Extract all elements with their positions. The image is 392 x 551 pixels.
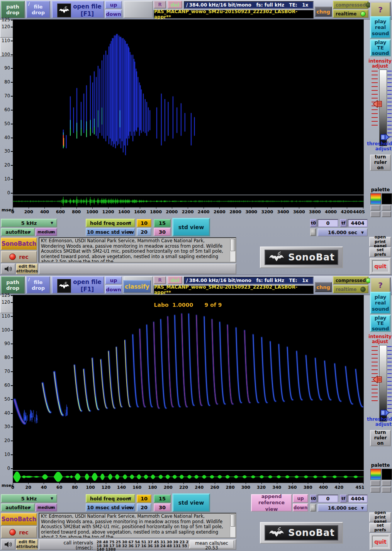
palette-rainbow-swatch[interactable] bbox=[370, 193, 381, 204]
oscillogram-view[interactable] bbox=[13, 471, 364, 483]
threshold-slider-handle[interactable] bbox=[379, 133, 390, 141]
open-print-panel-button[interactable]: open print panel bbox=[369, 237, 391, 247]
std-view-button[interactable]: std view bbox=[172, 493, 210, 512]
r-button[interactable]: R bbox=[154, 276, 166, 284]
help-button[interactable]: ? bbox=[370, 277, 391, 293]
change-format-button[interactable]: chng bbox=[315, 7, 332, 17]
file-notes-text[interactable]: KY: Edmonson, USDI National Park Service… bbox=[39, 237, 236, 263]
play-te-sound-button[interactable]: play TE sound bbox=[370, 315, 391, 332]
freq-grid-dropdown[interactable]: 5 kHz▼ bbox=[1, 219, 57, 227]
delete-button[interactable]: del bbox=[168, 276, 182, 284]
palette-black-swatch[interactable] bbox=[382, 469, 392, 480]
t0-input[interactable]: 0 bbox=[317, 495, 338, 503]
palette-option-button[interactable] bbox=[370, 487, 380, 493]
duration-dropdown[interactable]: 16.000 sec▼ bbox=[317, 228, 368, 236]
speaker-button[interactable] bbox=[1, 539, 15, 550]
palette-option-button[interactable] bbox=[370, 480, 380, 486]
file-up-button[interactable]: up bbox=[105, 1, 122, 9]
reference-down-button[interactable]: down bbox=[293, 503, 308, 512]
append-reference-view-button[interactable]: append reference view bbox=[251, 494, 292, 512]
play-real-sound-button[interactable]: play real sound bbox=[370, 16, 391, 39]
palette-option-button[interactable] bbox=[382, 211, 391, 217]
zoom-15-button[interactable]: 15 bbox=[154, 219, 171, 227]
speaker-button[interactable] bbox=[1, 264, 15, 274]
tf-input[interactable]: 4404 bbox=[348, 495, 368, 503]
play-te-sound-button[interactable]: play TE sound bbox=[370, 39, 391, 56]
turn-ruler-on-button[interactable]: turn ruler on bbox=[370, 430, 391, 446]
std-view-button[interactable]: std view bbox=[172, 218, 210, 236]
file-drop-button[interactable]: /file drop bbox=[26, 1, 50, 18]
open-file-button[interactable]: open file[F1] bbox=[52, 276, 104, 294]
compressed-toggle[interactable]: compressed bbox=[333, 1, 368, 9]
set-prefs-button[interactable]: set prefs bbox=[369, 247, 391, 257]
sonobatch-button[interactable]: SonoBatch bbox=[1, 238, 37, 250]
change-format-button[interactable]: chng bbox=[315, 282, 332, 292]
zoom-20-button[interactable]: 20 bbox=[137, 503, 151, 512]
palette-rainbow-swatch[interactable] bbox=[370, 469, 381, 480]
file-down-button[interactable]: down bbox=[105, 285, 122, 294]
compressed-toggle[interactable]: compressed bbox=[333, 276, 368, 284]
freq-grid-dropdown[interactable]: 5 kHz▼ bbox=[1, 494, 57, 503]
zoom-10-button[interactable]: 10 bbox=[137, 495, 151, 503]
palette-option-button[interactable] bbox=[382, 487, 391, 493]
record-button[interactable]: rec bbox=[1, 251, 37, 263]
palette-option-button[interactable] bbox=[370, 211, 380, 217]
spectrogram-view[interactable] bbox=[13, 19, 364, 195]
format-info-field[interactable]: /384.00 kHz/16 bit/mono fs: full kHz TE:… bbox=[184, 277, 314, 284]
zoom-30-button[interactable]: 30 bbox=[154, 503, 171, 512]
palette-black-swatch[interactable] bbox=[382, 193, 392, 204]
open-file-button[interactable]: open file[F1] bbox=[52, 1, 104, 18]
msec-view-dropdown[interactable]: 10 msec std view▼ bbox=[86, 228, 135, 236]
quit-button[interactable]: quit bbox=[370, 258, 391, 275]
turn-ruler-on-button[interactable]: turn ruler on bbox=[370, 155, 391, 171]
msec-view-dropdown[interactable]: 10 msec std view▼ bbox=[86, 503, 135, 512]
r-button[interactable]: R bbox=[154, 1, 166, 9]
palette-option-button[interactable] bbox=[382, 205, 391, 211]
spectrogram-view[interactable] bbox=[13, 295, 364, 470]
file-up-button[interactable]: up bbox=[105, 276, 122, 284]
autofilter-dropdown[interactable]: autofilter▼ bbox=[1, 228, 35, 236]
classify-button[interactable]: classify bbox=[123, 280, 151, 293]
zoom-10-button[interactable]: 10 bbox=[137, 219, 151, 227]
file-drop-button[interactable]: /file drop bbox=[26, 276, 50, 294]
file-down-button[interactable]: down bbox=[105, 10, 122, 18]
threshold-slider-handle[interactable] bbox=[379, 408, 390, 417]
hold-freq-zoom-dropdown[interactable]: hold freq zoom▼ bbox=[86, 219, 135, 227]
reference-up-button[interactable]: up bbox=[293, 494, 308, 503]
notes-scrollbar[interactable] bbox=[230, 238, 235, 262]
record-button[interactable]: rec bbox=[1, 526, 37, 538]
play-real-sound-button[interactable]: play real sound bbox=[370, 292, 391, 314]
autofilter-dropdown[interactable]: autofilter▼ bbox=[1, 503, 35, 512]
path-drop-button[interactable]: path drop bbox=[1, 276, 25, 294]
time-range-reset-button[interactable] bbox=[310, 228, 316, 236]
intensity-slider-handle[interactable] bbox=[372, 375, 383, 384]
quit-button[interactable]: quit bbox=[370, 533, 391, 550]
oscillogram-view[interactable] bbox=[13, 195, 364, 207]
zoom-15-button[interactable]: 15 bbox=[154, 495, 171, 503]
palette-option-button[interactable] bbox=[382, 480, 391, 486]
edit-file-attributes-button[interactable]: edit file attributes bbox=[16, 539, 38, 550]
zoom-30-button[interactable]: 30 bbox=[154, 228, 171, 236]
tf-input[interactable]: 4404 bbox=[348, 219, 368, 227]
filter-level-dropdown[interactable]: medium▼ bbox=[36, 228, 57, 236]
file-notes-text[interactable]: KY: Edmonson, USDI National Park Service… bbox=[39, 513, 236, 538]
notes-scrollbar-thumb[interactable] bbox=[231, 239, 235, 251]
intensity-slider-handle[interactable] bbox=[372, 100, 383, 108]
format-info-field[interactable]: /384.00 kHz/16 bit/mono fs: full kHz TE:… bbox=[184, 1, 314, 9]
duration-dropdown[interactable]: 16.000 sec▼ bbox=[317, 504, 368, 512]
open-print-panel-button[interactable]: open print panel bbox=[369, 512, 391, 522]
t0-input[interactable]: 0 bbox=[317, 219, 338, 227]
palette-option-button[interactable] bbox=[370, 205, 380, 211]
sonobatch-button[interactable]: SonoBatch bbox=[1, 513, 37, 525]
path-drop-button[interactable]: path drop bbox=[1, 1, 25, 18]
zoom-20-button[interactable]: 20 bbox=[137, 228, 151, 236]
hold-freq-zoom-dropdown[interactable]: hold freq zoom▼ bbox=[86, 494, 135, 503]
edit-file-attributes-button[interactable]: edit file attributes bbox=[16, 264, 38, 274]
delete-button[interactable]: del bbox=[168, 1, 182, 9]
realtime-toggle[interactable]: realtime bbox=[333, 285, 368, 293]
time-range-reset-button[interactable] bbox=[310, 504, 316, 512]
set-prefs-button[interactable]: set prefs bbox=[369, 523, 391, 532]
filter-level-dropdown[interactable]: medium▼ bbox=[36, 503, 57, 512]
notes-scrollbar[interactable] bbox=[230, 514, 235, 537]
notes-scrollbar-thumb[interactable] bbox=[231, 514, 235, 527]
